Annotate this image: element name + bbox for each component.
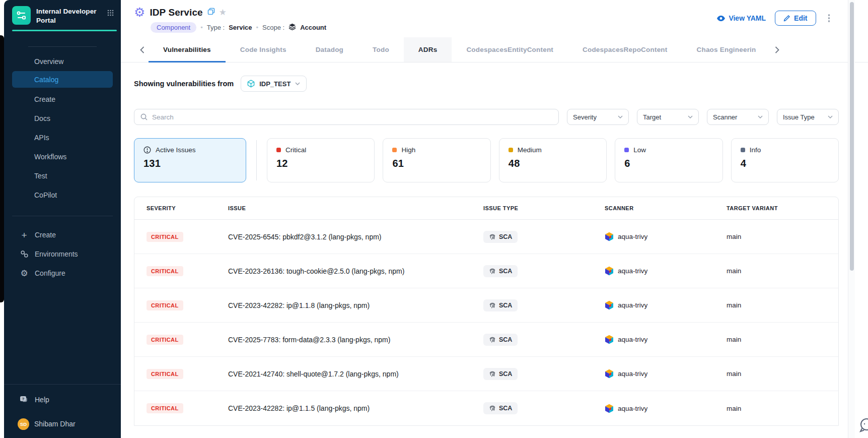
sidebar-item-docs[interactable]: Docs xyxy=(4,109,121,128)
service-gear-icon: ⚙ xyxy=(134,6,145,19)
sidebar-item-catalog[interactable]: Catalog xyxy=(12,71,113,88)
search-input[interactable] xyxy=(152,113,552,121)
severity-filter[interactable]: Severity xyxy=(567,109,629,125)
severity-badge: CRITICAL xyxy=(147,300,183,310)
severity-badge: CRITICAL xyxy=(147,232,183,242)
high-card[interactable]: High 61 xyxy=(383,138,490,182)
critical-card[interactable]: Critical 12 xyxy=(267,138,375,182)
medium-dot xyxy=(509,148,513,152)
table-row[interactable]: CRITICAL CVE-2025-6545: pbkdf2@3.1.2 (la… xyxy=(134,220,838,254)
sidebar-item-copilot[interactable]: CoPilot xyxy=(4,185,121,205)
sidebar-item-workflows[interactable]: Workflows xyxy=(4,147,121,166)
sidebar-item-create-entity[interactable]: + Create xyxy=(4,225,121,244)
tab-vulnerabilities[interactable]: Vulnerabilities xyxy=(149,37,226,62)
tabs-scroll-right-button[interactable] xyxy=(771,37,783,62)
tab-code-insights[interactable]: Code Insights xyxy=(226,37,301,62)
edit-button[interactable]: Edit xyxy=(775,11,816,26)
vertical-scrollbar[interactable] xyxy=(848,0,855,438)
sidebar-item-environments[interactable]: Environments xyxy=(4,244,121,264)
sidebar-item-apis[interactable]: APIs xyxy=(4,128,121,147)
tab-todo[interactable]: Todo xyxy=(358,37,404,62)
info-card[interactable]: Info 4 xyxy=(731,138,839,182)
column-scanner: SCANNER xyxy=(605,205,727,211)
sidebar-item-help[interactable]: ? Help xyxy=(4,389,121,411)
low-card[interactable]: Low 6 xyxy=(615,138,722,182)
source-select[interactable]: IDP_TEST xyxy=(241,76,307,92)
card-label: Medium xyxy=(518,146,542,154)
issue-type-label: SCA xyxy=(499,336,512,343)
aqua-trivy-icon xyxy=(605,300,614,310)
sidebar-item-overview[interactable]: Overview xyxy=(4,52,121,71)
cube-icon xyxy=(247,80,255,88)
card-label: Info xyxy=(750,146,761,154)
fingerprint-icon xyxy=(489,405,496,412)
target-variant-text: main xyxy=(727,301,838,309)
medium-card[interactable]: Medium 48 xyxy=(499,138,607,182)
kind-badge[interactable]: Component xyxy=(151,22,196,33)
portal-logo[interactable] xyxy=(12,6,31,25)
scope-value: Account xyxy=(300,24,326,31)
search-icon xyxy=(140,113,148,120)
chevron-down-icon xyxy=(295,82,300,85)
main-content: ⚙ IDP Service ★ Component • Type : Servi… xyxy=(121,0,868,438)
table-row[interactable]: CRITICAL CVE-2023-42282: ip@1.1.5 (lang-… xyxy=(134,391,838,425)
filter-label: Target xyxy=(643,113,661,121)
aqua-trivy-icon xyxy=(605,335,614,344)
chevron-down-icon xyxy=(618,115,623,118)
tab-chaos-engineering[interactable]: Chaos Engineerin xyxy=(682,37,771,62)
sidebar-item-configure[interactable]: ⚙ Configure xyxy=(4,264,121,283)
card-value: 6 xyxy=(624,158,713,169)
sidebar-secondary-nav: + Create Environments ⚙ Configure xyxy=(4,225,121,283)
issue-type-filter[interactable]: Issue Type xyxy=(777,109,839,125)
apps-grid-icon[interactable] xyxy=(107,9,114,18)
vulnerability-source-row: Showing vulnerabilities from IDP_TEST xyxy=(134,76,868,92)
sidebar-user[interactable]: SD Shibam Dhar xyxy=(4,411,121,437)
scrollbar-thumb[interactable] xyxy=(850,2,854,271)
scanner-cell: aqua-trivy xyxy=(605,404,727,413)
fingerprint-icon xyxy=(489,302,496,309)
portal-title: Internal Developer Portal xyxy=(36,6,107,25)
scanner-cell: aqua-trivy xyxy=(605,300,727,310)
search-box xyxy=(134,109,559,125)
copy-icon[interactable] xyxy=(207,8,215,17)
table-row[interactable]: CRITICAL CVE-2021-42740: shell-quote@1.7… xyxy=(134,357,838,391)
card-value: 48 xyxy=(509,158,597,169)
scanner-filter[interactable]: Scanner xyxy=(707,109,769,125)
issue-type-label: SCA xyxy=(499,405,512,412)
gear-icon: ⚙ xyxy=(19,269,29,278)
table-row[interactable]: CRITICAL CVE-2025-7783: form-data@2.3.3 … xyxy=(134,323,838,357)
active-issues-card[interactable]: Active Issues 131 xyxy=(134,138,246,182)
table-row[interactable]: CRITICAL CVE-2023-42282: ip@1.1.8 (lang-… xyxy=(134,288,838,323)
sidebar-item-create[interactable]: Create xyxy=(4,90,121,109)
environments-icon xyxy=(19,250,29,258)
star-icon[interactable]: ★ xyxy=(219,7,227,18)
fingerprint-icon xyxy=(489,336,496,343)
tabs-scroll-left-button[interactable] xyxy=(136,37,149,62)
card-value: 4 xyxy=(741,158,829,169)
tab-datadog[interactable]: Datadog xyxy=(301,37,358,62)
type-label: Type : xyxy=(207,24,225,31)
low-dot xyxy=(624,148,629,152)
issue-text: CVE-2025-7783: form-data@2.3.3 (lang-pkg… xyxy=(228,336,483,344)
tab-adrs[interactable]: ADRs xyxy=(404,37,452,62)
more-options-button[interactable] xyxy=(825,12,833,24)
feedback-chat-icon[interactable] xyxy=(856,416,868,437)
table-row[interactable]: CRITICAL CVE-2023-26136: tough-cookie@2.… xyxy=(134,254,838,288)
tab-codespaces-entity-content[interactable]: CodespacesEntityContent xyxy=(452,37,568,62)
target-variant-text: main xyxy=(727,336,838,343)
pencil-icon xyxy=(783,15,790,22)
source-value: IDP_TEST xyxy=(259,80,291,88)
sidebar-divider xyxy=(28,46,97,47)
edit-label: Edit xyxy=(794,14,807,22)
entity-meta: Component • Type : Service • Scope : Acc… xyxy=(151,22,716,33)
sidebar-item-test[interactable]: Test xyxy=(4,166,121,185)
issue-text: CVE-2023-42282: ip@1.1.5 (lang-pkgs, npm… xyxy=(228,404,483,412)
scope-label: Scope : xyxy=(262,24,284,31)
fingerprint-icon xyxy=(489,233,496,240)
scanner-cell: aqua-trivy xyxy=(605,335,727,344)
tab-codespaces-repo-content[interactable]: CodespacesRepoContent xyxy=(568,37,682,62)
target-filter[interactable]: Target xyxy=(637,109,699,125)
sidebar: Internal Developer Portal Overview Catal… xyxy=(4,0,121,438)
scanner-label: aqua-trivy xyxy=(618,301,647,309)
view-yaml-button[interactable]: View YAML xyxy=(716,14,766,22)
